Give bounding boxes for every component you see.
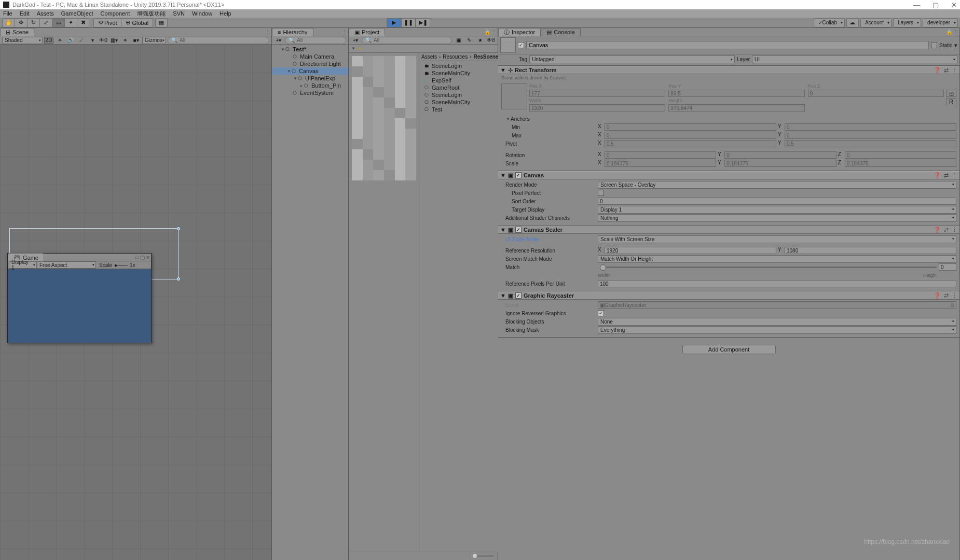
panel-menu-icon[interactable]: ⋮ (953, 29, 958, 35)
global-toggle[interactable]: ⊕Global (121, 18, 153, 27)
width-field[interactable]: 1920 (529, 104, 665, 111)
blocking-objects-dropdown[interactable]: None (598, 318, 956, 326)
project-breadcrumb[interactable]: Assets › Resources › ResScene (419, 53, 500, 61)
posx-field[interactable]: 177 (529, 90, 665, 97)
custom-tool-icon[interactable]: ✖ (77, 18, 89, 27)
close-icon[interactable]: ✕ (951, 1, 957, 9)
tab-hierarchy[interactable]: ≡ Hierarchy (272, 28, 313, 36)
static-checkbox[interactable] (931, 42, 937, 48)
tree-item[interactable]: ▼⬡UIPanelExp (272, 75, 348, 82)
menu-enhanced[interactable]: 增强版功能 (137, 10, 166, 18)
target-display-dropdown[interactable]: Display 1 (598, 206, 956, 214)
blocking-mask-dropdown[interactable]: Everything (598, 326, 956, 334)
create-icon[interactable]: +▾ (351, 37, 360, 44)
scene-view[interactable]: 🎮 Game ▭ ▢ ✕ Display 1 Free Aspect Scale… (0, 45, 271, 560)
filter2-icon[interactable]: ✎ (464, 37, 474, 44)
game-detach-icon[interactable]: ▭ (134, 255, 139, 260)
component-canvas[interactable]: ▼▣✓Canvas ❓⇄⋮ (498, 171, 959, 179)
render-mode-dropdown[interactable]: Screen Space - Overlay (598, 181, 956, 189)
fav-icon[interactable]: ★ (475, 37, 485, 44)
panel-menu-icon[interactable]: ⋮ (491, 29, 497, 35)
menu-svn[interactable]: SVN (173, 10, 185, 17)
layout-dropdown[interactable]: developer (923, 18, 958, 27)
component-graphic-raycaster[interactable]: ▼▣✓Graphic Raycaster ❓⇄⋮ (498, 291, 959, 300)
folder-item[interactable]: 🖿SceneMainCity (419, 69, 500, 77)
shader-channels-dropdown[interactable]: Nothing (598, 214, 956, 222)
active-checkbox[interactable]: ✓ (518, 42, 524, 48)
tree-item[interactable]: ⬡EventSystem (272, 89, 348, 96)
step-button[interactable]: ▶❚ (416, 18, 430, 27)
lock-icon[interactable]: 🔒 (946, 29, 952, 35)
gameobject-name-field[interactable] (526, 41, 929, 49)
game-aspect-dropdown[interactable]: Free Aspect (37, 261, 96, 269)
ref-res-x[interactable]: 1920 (605, 247, 776, 254)
minimize-icon[interactable]: — (913, 1, 920, 9)
rect-tool-icon[interactable]: ▭ (52, 18, 64, 27)
grid-icon[interactable]: ▦▾ (109, 37, 119, 44)
posz-field[interactable]: 0 (808, 90, 944, 97)
layer-dropdown[interactable]: UI (752, 55, 957, 63)
folder-item[interactable]: ⎔SceneMainCity (419, 99, 500, 106)
ref-pixels-field[interactable]: 100 (598, 280, 956, 287)
match-slider[interactable] (600, 267, 937, 268)
tab-inspector[interactable]: ⓘ Inspector (498, 28, 541, 36)
fx-icon[interactable]: ☄ (77, 37, 86, 44)
folder-item[interactable]: #ExpSelf (419, 77, 500, 84)
component-rect-transform[interactable]: ▼⊹Rect Transform ❓⇄⋮ (498, 66, 959, 74)
account-dropdown[interactable]: Account (860, 18, 892, 27)
lighting-icon[interactable]: ☀ (55, 37, 64, 44)
hidden-icon[interactable]: 👁0 (99, 37, 108, 44)
gameobject-icon[interactable] (500, 37, 516, 53)
folder-item[interactable]: ⎔GameRoot (419, 84, 500, 91)
collab-dropdown[interactable]: ✓ Collab (814, 18, 845, 27)
raw-edit-icon[interactable]: R (946, 98, 956, 105)
pixel-perfect-checkbox[interactable] (598, 190, 604, 196)
shading-dropdown[interactable]: Shaded (2, 37, 43, 44)
create-icon[interactable]: +▾ (274, 37, 283, 44)
tree-item-canvas[interactable]: ▼⬡Canvas (272, 67, 348, 75)
asset-thumbnail[interactable] (352, 56, 416, 180)
scene-search[interactable]: 🔍 All (168, 37, 269, 44)
2d-toggle[interactable]: 2D (44, 37, 53, 44)
menu-help[interactable]: Help (220, 10, 231, 17)
hierarchy-search[interactable]: 🔍 All (285, 37, 346, 44)
scale-mode-dropdown[interactable]: Scale With Screen Size (598, 235, 956, 243)
match-value[interactable]: 0 (939, 263, 956, 271)
add-component-button[interactable]: Add Component (682, 345, 776, 354)
tree-item[interactable]: ⬡Main Camera (272, 53, 348, 60)
hidden-count[interactable]: 👁8 (486, 37, 496, 44)
menu-edit[interactable]: Edit (20, 10, 30, 17)
height-field[interactable]: 970.8474 (668, 104, 804, 111)
play-button[interactable]: ▶ (387, 18, 401, 27)
menu-component[interactable]: Component (100, 10, 130, 17)
blueprint-icon[interactable]: ⊡ (946, 90, 956, 97)
menu-assets[interactable]: Assets (37, 10, 54, 17)
posy-field[interactable]: 89.5 (668, 90, 804, 97)
cloud-icon[interactable]: ☁ (846, 18, 859, 27)
menu-gameobject[interactable]: GameObject (61, 10, 93, 17)
menu-window[interactable]: Window (192, 10, 212, 17)
scale-tool-icon[interactable]: ⤢ (39, 18, 52, 27)
thumbnail-size-slider[interactable] (473, 555, 493, 557)
tree-item[interactable]: ▸⬡Buttom_Pin (272, 82, 348, 89)
tool1-icon[interactable]: ✶ (120, 37, 130, 44)
tree-item[interactable]: ⬡Directional Light (272, 60, 348, 67)
tree-scene[interactable]: ▼⎔Test* (272, 46, 348, 53)
pause-button[interactable]: ❚❚ (401, 18, 416, 27)
folder-item[interactable]: ⎔SceneLogin (419, 91, 500, 99)
project-search[interactable]: 🔍 All (362, 37, 452, 44)
layers-dropdown[interactable]: Layers (893, 18, 921, 27)
help-icon[interactable]: ❓ (934, 67, 941, 74)
tab-scene[interactable]: ⊞ Scene (0, 28, 34, 36)
game-display-dropdown[interactable]: Display 1 (9, 261, 37, 269)
match-mode-dropdown[interactable]: Match Width Or Height (598, 255, 956, 263)
game-close-icon[interactable]: ✕ (146, 255, 150, 260)
component-canvas-scaler[interactable]: ▼▣✓Canvas Scaler ❓⇄⋮ (498, 226, 959, 234)
filter-icon[interactable]: ▣ (454, 37, 463, 44)
pivot-toggle[interactable]: ⟲Pivot (93, 18, 121, 27)
panel-menu-icon[interactable]: ⋮ (265, 29, 270, 35)
panel-menu-icon[interactable]: ⋮ (342, 29, 347, 35)
hand-tool-icon[interactable]: ✋ (2, 18, 15, 27)
folder-item[interactable]: 🖿SceneLogin (419, 62, 500, 69)
ignore-reversed-checkbox[interactable]: ✓ (598, 310, 604, 316)
